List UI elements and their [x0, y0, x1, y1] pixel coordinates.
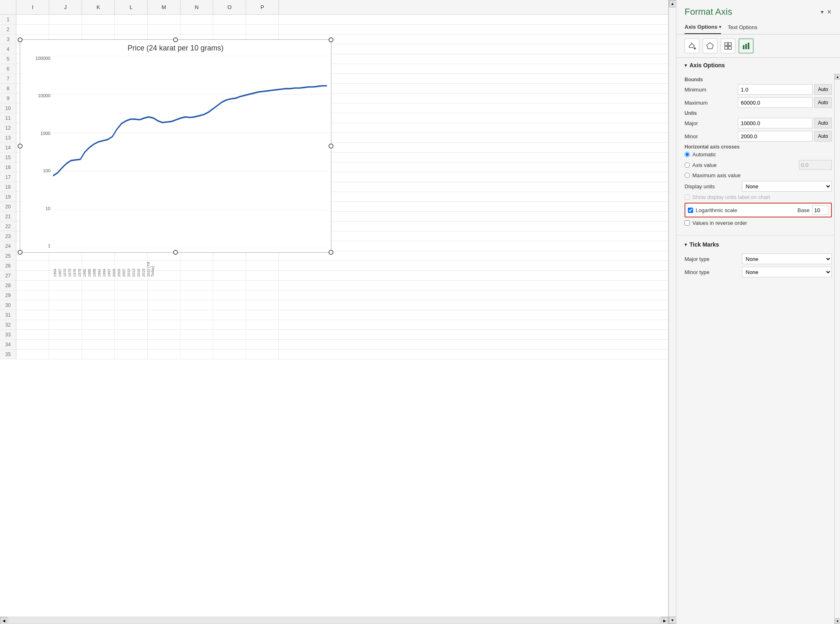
scroll-right-button[interactable]: ▶ [661, 617, 668, 624]
minor-input[interactable] [738, 131, 813, 142]
major-type-label: Major type [685, 256, 742, 262]
x-label: 2013 [132, 269, 136, 277]
show-display-units-checkbox[interactable] [685, 194, 690, 200]
values-reverse-checkbox[interactable] [685, 220, 690, 226]
grid-layout-button[interactable] [721, 39, 735, 53]
minimum-input[interactable] [738, 84, 813, 95]
logarithmic-scale-label: Logarithmic scale [696, 207, 792, 213]
x-label: 1985 [87, 269, 91, 277]
y-label: 100000 [35, 56, 50, 61]
major-field-row: Major Auto [685, 118, 832, 128]
resize-handle-br[interactable] [329, 250, 333, 255]
major-auto-button[interactable]: Auto [814, 118, 832, 128]
maximum-axis-value-radio-row: Maximum axis value [685, 172, 832, 178]
horizontal-scrollbar[interactable]: ◀ ▶ [0, 617, 668, 624]
logarithmic-scale-checkbox[interactable] [688, 208, 693, 213]
table-row: 2 [0, 25, 668, 34]
x-label: 1991 [97, 269, 101, 277]
minimum-auto-button[interactable]: Auto [814, 84, 832, 95]
svg-rect-12 [743, 45, 744, 49]
svg-rect-9 [728, 43, 731, 46]
column-headers: I J K L M N O P [0, 0, 668, 15]
svg-rect-10 [725, 46, 728, 49]
maximum-axis-value-radio[interactable] [685, 173, 690, 178]
minor-label: Minor [685, 133, 738, 139]
axis-options-section-body: Bounds Minimum Auto Maximum Auto Units M… [676, 73, 840, 233]
bar-chart-button[interactable] [739, 39, 753, 53]
minimum-field-row: Minimum Auto [685, 84, 832, 95]
minor-type-label: Minor type [685, 269, 742, 275]
x-label: 1988 [92, 269, 96, 277]
axis-options-section-label: Axis Options [689, 62, 725, 69]
panel-header: Format Axis ▾ ✕ [676, 0, 840, 21]
minor-type-select[interactable]: None Inside Outside Cross [742, 267, 832, 277]
table-row: 31 [0, 310, 668, 320]
scroll-left-button[interactable]: ◀ [0, 617, 7, 624]
major-type-select[interactable]: None Inside Outside Cross [742, 254, 832, 264]
chart-svg [53, 56, 327, 248]
tab-axis-options[interactable]: Axis Options ▾ [685, 21, 721, 34]
minor-auto-button[interactable]: Auto [814, 131, 832, 142]
table-row: 33 [0, 330, 668, 340]
major-input[interactable] [738, 118, 813, 128]
paint-bucket-button[interactable] [685, 39, 699, 53]
pentagon-button[interactable] [703, 39, 717, 53]
chart-svg-area: 1964 1967 1970 1973 1976 1979 1982 1985 … [53, 56, 327, 248]
resize-handle-ml[interactable] [18, 144, 23, 149]
minimum-label: Minimum [685, 87, 738, 93]
svg-rect-11 [728, 46, 731, 49]
panel-header-icons: ▾ ✕ [821, 9, 832, 15]
resize-handle-mr[interactable] [329, 144, 333, 149]
scroll-up-button[interactable]: ▲ [669, 0, 676, 7]
axis-options-dropdown-icon: ▾ [719, 25, 721, 29]
axis-value-radio-label: Axis value [692, 162, 717, 168]
vertical-scroll-track[interactable] [669, 7, 676, 617]
tab-text-options[interactable]: Text Options [728, 21, 757, 34]
close-icon[interactable]: ✕ [827, 9, 832, 15]
axis-value-input[interactable] [799, 160, 832, 170]
col-header-i: I [16, 0, 49, 14]
resize-handle-tr[interactable] [329, 37, 333, 42]
horizontal-scroll-track[interactable] [8, 618, 660, 624]
col-header-n: N [180, 0, 213, 14]
axis-value-radio[interactable] [685, 162, 690, 168]
dropdown-arrow-icon[interactable]: ▾ [821, 9, 824, 15]
x-label: 2019 [142, 269, 146, 277]
panel-scrollbar[interactable]: ▲ ▼ [834, 74, 840, 624]
x-label: 1970 [63, 269, 67, 277]
panel-scroll-down-button[interactable]: ▼ [835, 618, 840, 624]
scroll-down-button[interactable]: ▼ [669, 617, 676, 624]
spreadsheet-area: I J K L M N O P 1 2 3 4 5 6 7 8 9 10 11 … [0, 0, 669, 624]
svg-rect-14 [748, 43, 749, 49]
maximum-input[interactable] [738, 97, 813, 108]
table-row: 29 [0, 290, 668, 300]
resize-handle-tm[interactable] [173, 37, 178, 42]
x-label: 1973 [68, 269, 72, 277]
x-label: 2016 [137, 269, 141, 277]
resize-handle-bl[interactable] [18, 250, 23, 255]
base-input[interactable] [812, 205, 829, 215]
maximum-auto-button[interactable]: Auto [814, 97, 832, 108]
vertical-scrollbar[interactable]: ▲ ▼ [669, 0, 676, 624]
tick-marks-section-header[interactable]: ▾ Tick Marks [676, 237, 840, 252]
y-label: 10 [46, 206, 50, 211]
panel-scroll-up-button[interactable]: ▲ [835, 74, 840, 80]
x-label: 2003 [117, 269, 121, 277]
grid-area: 1 2 3 4 5 6 7 8 9 10 11 12 13 14 15 16 1… [0, 15, 668, 617]
chevron-down-icon: ▾ [685, 63, 687, 68]
base-label: Base [797, 207, 810, 213]
resize-handle-tl[interactable] [18, 37, 23, 42]
tab-text-options-label: Text Options [728, 24, 757, 30]
table-row: 28 [0, 281, 668, 290]
svg-rect-8 [725, 43, 728, 46]
automatic-radio[interactable] [685, 152, 690, 157]
major-type-row: Major type None Inside Outside Cross [685, 254, 832, 264]
axis-options-section-header[interactable]: ▾ Axis Options [676, 58, 840, 73]
panel-scroll-track[interactable] [835, 80, 840, 618]
x-label: 1979 [78, 269, 82, 277]
col-header-m: M [148, 0, 180, 14]
panel-content[interactable]: ▾ Axis Options Bounds Minimum Auto Maxim… [676, 58, 840, 624]
x-label: 2010 [127, 269, 131, 277]
chart-container[interactable]: Price (24 karat per 10 grams) 100000 100… [20, 39, 331, 253]
display-units-select[interactable]: None Hundreds Thousands Millions Billion… [742, 181, 832, 192]
